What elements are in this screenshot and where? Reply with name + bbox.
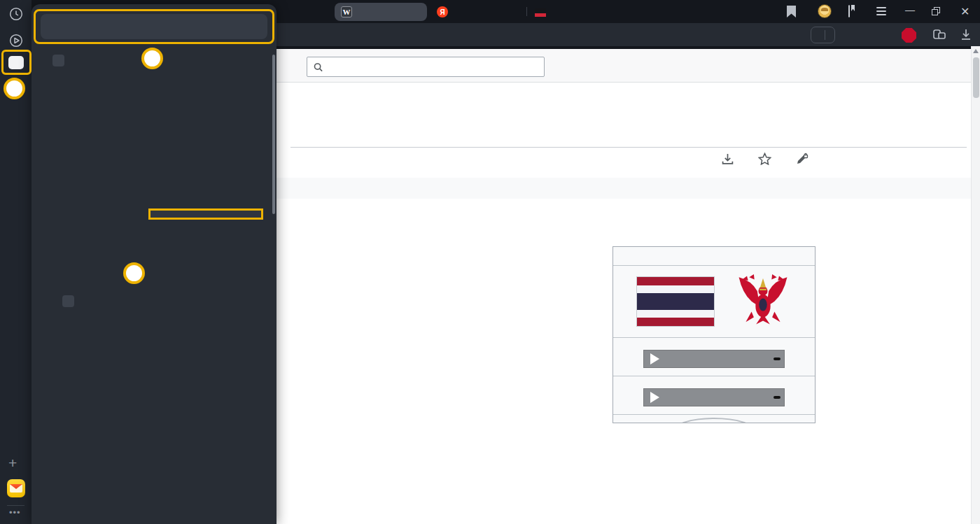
wiki-search-box[interactable] — [307, 57, 545, 77]
london-flag-favicon — [535, 8, 546, 17]
scrollbar-thumb[interactable] — [973, 57, 979, 98]
royal-anthem-audio-player[interactable] — [643, 388, 785, 406]
sidebar-add-icon[interactable]: + — [8, 455, 17, 472]
downloads-icon[interactable] — [960, 29, 972, 41]
hatnote — [276, 178, 971, 199]
page-scrollbar[interactable] — [971, 46, 980, 524]
page-actions — [722, 153, 813, 165]
download-tray-icon — [722, 153, 734, 165]
tabs-window-2-row[interactable] — [31, 291, 276, 311]
watch-button[interactable] — [758, 153, 776, 165]
anthem-audio-player[interactable] — [643, 350, 785, 368]
view-source-button[interactable] — [796, 153, 813, 165]
tabs-panel — [31, 4, 276, 524]
play-icon[interactable] — [650, 353, 659, 364]
collections-icon[interactable] — [848, 6, 850, 17]
sidebar-divider — [7, 505, 24, 506]
play-icon[interactable] — [650, 392, 659, 403]
window-badge — [52, 55, 64, 66]
pen-lock-icon — [796, 153, 808, 165]
wiki-header — [276, 49, 980, 83]
garuda-emblem-image[interactable] — [734, 274, 792, 327]
download-pdf-button[interactable] — [722, 153, 738, 165]
tab-context-menu — [148, 208, 263, 220]
thailand-flag-image[interactable] — [636, 276, 715, 327]
adblock-plus-icon[interactable] — [902, 28, 916, 43]
browser-window: W Я — ✕ — [0, 0, 980, 524]
map-image-edge — [613, 415, 815, 423]
country-infobox — [612, 246, 816, 423]
close-window-button[interactable]: ✕ — [960, 5, 969, 18]
panel-scrollbar-thumb[interactable] — [272, 55, 275, 214]
minimize-button[interactable]: — — [905, 4, 915, 15]
wiki-search-input[interactable] — [328, 61, 538, 73]
search-icon — [314, 62, 323, 72]
play-sessions-icon[interactable] — [9, 34, 23, 48]
tab-london-sightseeing[interactable]: Я — [430, 3, 524, 21]
tab-thailand-wikipedia[interactable]: W — [335, 3, 427, 21]
audio-duration — [774, 396, 780, 399]
extension-icon[interactable] — [932, 29, 946, 41]
web-content — [276, 46, 980, 524]
yandex-favicon: Я — [437, 6, 448, 17]
tab-your-essential-london[interactable] — [528, 3, 621, 21]
profile-avatar[interactable] — [818, 4, 832, 18]
tab-separator — [526, 7, 527, 16]
yandex-mail-icon[interactable] — [7, 479, 25, 497]
annotation-step-2 — [4, 78, 25, 99]
royal-anthem-section — [613, 376, 815, 415]
wikipedia-favicon: W — [341, 6, 352, 17]
scroll-up-arrow[interactable] — [973, 49, 979, 53]
translate-button[interactable] — [811, 27, 835, 43]
tab-counter-badge[interactable] — [8, 56, 24, 69]
menu-icon[interactable] — [876, 7, 886, 15]
annotation-step-1 — [141, 48, 163, 69]
sidebar-more-icon[interactable]: ••• — [9, 507, 21, 518]
star-icon — [758, 153, 771, 165]
divider — [290, 147, 967, 148]
annotation-step-3 — [123, 262, 145, 284]
anthem-section — [613, 338, 815, 376]
window-badge — [62, 295, 74, 307]
history-icon[interactable] — [9, 7, 23, 21]
audio-duration — [774, 357, 780, 360]
tab-search-input[interactable] — [41, 14, 267, 39]
